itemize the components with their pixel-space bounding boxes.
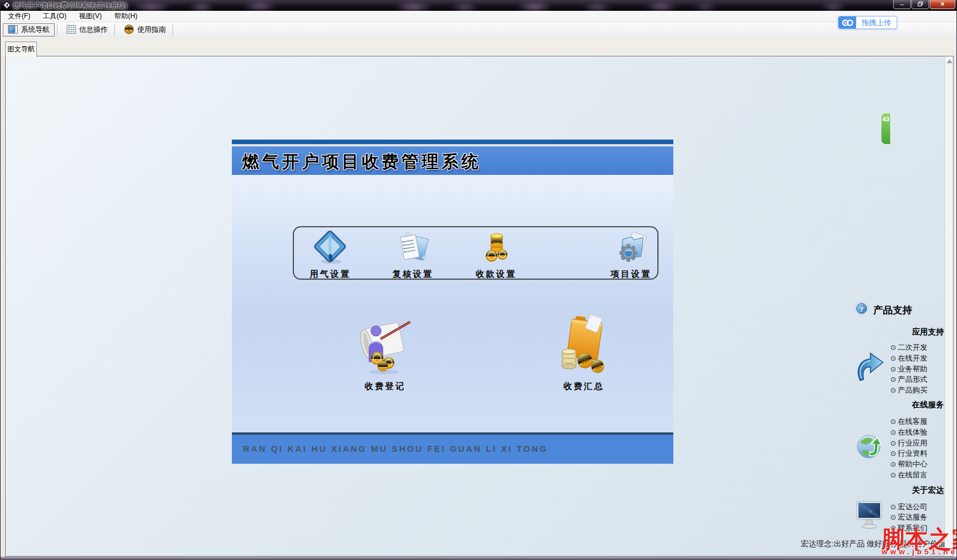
bullet-icon: ⊙ [890, 439, 896, 447]
review-notepad-icon [396, 257, 430, 267]
folder-gear-icon [615, 257, 648, 267]
bullet-icon: ⊙ [890, 503, 896, 511]
sidebar-title-label: 产品支持 [873, 304, 912, 317]
watermark-site-url: www.jb51.net [882, 547, 957, 556]
coins-icon [480, 257, 513, 267]
bullet-icon: ⊙ [890, 513, 896, 521]
sidebar-link-online-trial[interactable]: ⊙在线体验 [890, 427, 927, 438]
sidebar-header-about-hongda: 关于宏达 [826, 485, 944, 496]
menu-file[interactable]: 文件(F) [3, 10, 35, 22]
sidebar-link-online-support[interactable]: ⊙在线客服 [890, 416, 927, 427]
globe-icon [856, 433, 884, 463]
link-label: 业务帮助 [898, 365, 927, 373]
module-label: 项目设置 [591, 269, 671, 280]
blue-arrow-icon [854, 351, 885, 385]
sidebar-link-industry-data[interactable]: ⊙行业资料 [890, 448, 927, 459]
count-badge[interactable]: 43 [881, 112, 891, 145]
summary-folder-icon: 100 100 [550, 369, 618, 378]
bullet-icon: ⊙ [890, 344, 896, 351]
close-button[interactable]: × [930, 0, 955, 9]
window-controls: – × [893, 0, 955, 9]
link-label: 行业应用 [898, 439, 927, 447]
sidebar-link-help-center[interactable]: ⊙帮助中心 [890, 459, 927, 470]
module-payment-settings[interactable]: 收款设置 [456, 230, 536, 280]
module-label: 复核设置 [373, 269, 453, 280]
sidebar-link-product-buy[interactable]: ⊙产品购买 [890, 385, 927, 396]
scroll-up-icon[interactable] [947, 59, 952, 63]
toolbar-user-guide[interactable]: ? 使用指南 [120, 23, 170, 36]
sidebar-link-hongda-service[interactable]: ⊙宏达服务 [890, 512, 927, 523]
toolbar-info-ops[interactable]: 信息操作 [62, 23, 112, 36]
panel-pinyin-text: RAN QI KAI HU XIANG MU SHOU FEI GUAN LI … [232, 435, 673, 453]
panel-banner: 燃气开户项目收费管理系统 [232, 146, 673, 175]
link-label: 产品购买 [898, 386, 927, 394]
module-fee-register[interactable]: 收费登记 [345, 309, 425, 392]
glass-blob [189, 3, 214, 11]
tab-image-text-nav[interactable]: 图文导航 [5, 42, 37, 57]
link-label: 在线留言 [898, 471, 927, 479]
bullet-icon: ⊙ [890, 386, 896, 394]
restore-button[interactable] [911, 0, 929, 9]
toolbar-separator [57, 24, 58, 36]
app-icon [3, 1, 11, 11]
panel-footer-band: RAN QI KAI HU XIANG MU SHOU FEI GUAN LI … [232, 435, 673, 464]
sidebar-link-online-dev[interactable]: ⊙在线开发 [890, 353, 927, 364]
module-label: 收费汇总 [544, 381, 624, 392]
module-gas-settings[interactable]: 用气设置 [291, 230, 370, 280]
question-coin-icon: ? [124, 24, 134, 36]
menu-help[interactable]: 帮助(H) [109, 10, 143, 22]
gas-diamond-icon [314, 257, 347, 267]
bullet-icon: ⊙ [890, 418, 896, 426]
module-fee-summary[interactable]: 100 100 收费汇总 [544, 309, 624, 392]
module-project-settings[interactable]: 项目设置 [591, 230, 671, 280]
toolbar-label: 信息操作 [79, 25, 108, 35]
app-window: 燃气开户项目收费管理系统(非注册版) – × 文件(F) 工具(O) 视图(V)… [0, 0, 957, 560]
link-label: 在线客服 [898, 417, 927, 426]
toolbar-separator [114, 24, 115, 36]
link-label: 帮助中心 [898, 460, 927, 468]
vertical-scrollbar[interactable] [944, 56, 953, 556]
panel-body [232, 175, 673, 432]
svg-text:ʚ: ʚ [869, 508, 872, 514]
link-label: 产品形式 [898, 375, 927, 383]
sidebar-link-industry-app[interactable]: ⊙行业应用 [890, 438, 927, 449]
module-label: 收费登记 [345, 381, 425, 392]
window-title: 燃气开户项目收费管理系统(非注册版) [13, 1, 127, 11]
glass-blob [516, 2, 553, 11]
glass-blob [243, 2, 277, 11]
bullet-icon: ⊙ [890, 460, 896, 468]
bullet-icon: ⊙ [890, 471, 896, 479]
bullet-icon: ⊙ [890, 365, 896, 373]
sidebar-link-business-help[interactable]: ⊙业务帮助 [890, 364, 927, 375]
tab-strip: 图文导航 [1, 38, 957, 56]
link-label: 二次开发 [898, 343, 927, 351]
menu-tools[interactable]: 工具(O) [38, 10, 71, 22]
svg-text:?: ? [127, 26, 130, 32]
glass-blob [582, 3, 613, 11]
bullet-icon: ⊙ [890, 354, 896, 362]
toolbar-separator [173, 24, 173, 36]
sidebar-link-product-form[interactable]: ⊙产品形式 [890, 374, 927, 385]
glass-blob [394, 3, 433, 11]
drag-upload-button[interactable]: 拖拽上传 [838, 16, 897, 29]
link-label: 宏达服务 [898, 513, 927, 521]
panel-top-strip [232, 140, 673, 144]
link-label: 在线开发 [898, 354, 927, 362]
module-review-settings[interactable]: 复核设置 [373, 230, 453, 280]
sidebar-link-online-message[interactable]: ⊙在线留言 [890, 470, 927, 481]
sidebar-link-hongda-company[interactable]: ⊙宏达公司 [890, 502, 927, 513]
bullet-icon: ⊙ [890, 375, 896, 383]
minimize-button[interactable]: – [893, 0, 911, 9]
panel-title: 燃气开户项目收费管理系统 [232, 146, 673, 174]
link-label: 行业资料 [898, 449, 927, 457]
toolbar-label: 系统导航 [21, 25, 50, 35]
sidebar-header-online-service: 在线服务 [826, 400, 944, 410]
toolbar-system-nav[interactable]: 系统导航 [3, 23, 55, 36]
glass-blob [693, 3, 718, 11]
sidebar-link-secondary-dev[interactable]: ⊙二次开发 [890, 342, 927, 353]
monitor-icon: ʚ [856, 500, 884, 533]
menu-view[interactable]: 视图(V) [74, 10, 107, 22]
drag-upload-label: 拖拽上传 [856, 17, 897, 28]
question-badge-icon: ? [854, 301, 869, 318]
content-area: 燃气开户项目收费管理系统 用气设置 [5, 56, 954, 557]
